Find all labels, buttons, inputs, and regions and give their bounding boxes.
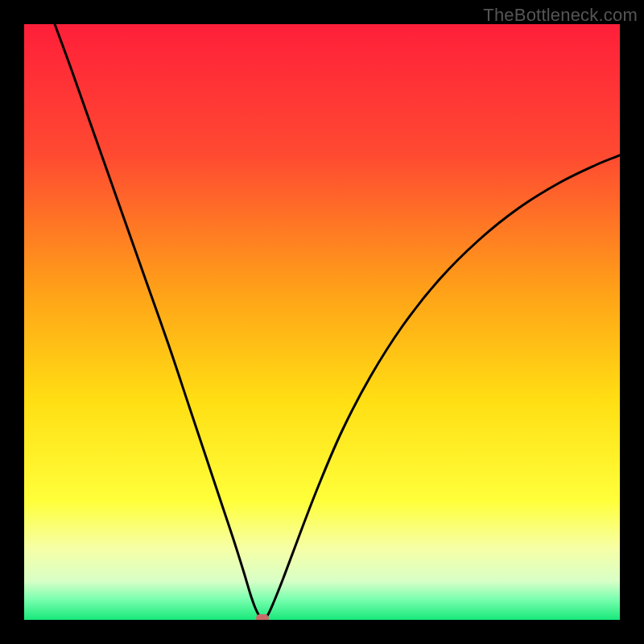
optimal-point-marker [256,614,269,620]
watermark-text: TheBottleneck.com [483,5,638,26]
bottleneck-curve [24,24,620,620]
chart-frame: TheBottleneck.com [0,0,644,644]
plot-area [24,24,620,620]
